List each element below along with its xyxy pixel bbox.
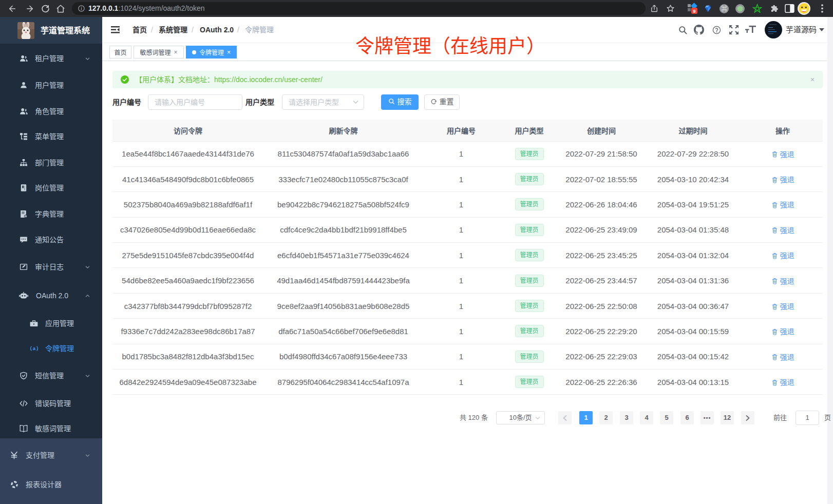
svg-text:a: a (33, 345, 36, 351)
svg-text:⌘: ⌘ (722, 6, 727, 12)
svg-text:9: 9 (693, 8, 695, 13)
